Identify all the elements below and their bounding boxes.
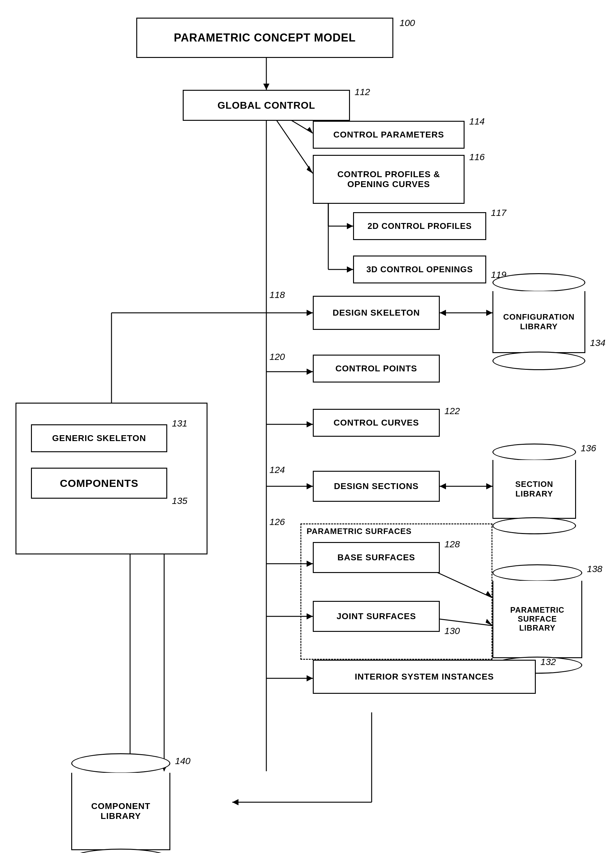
- configuration-library-cylinder: CONFIGURATION LIBRARY: [492, 273, 585, 371]
- label-126: 126: [269, 517, 285, 527]
- component-library-cylinder: COMPONENT LIBRARY: [71, 753, 170, 853]
- label-118: 118: [269, 290, 285, 300]
- parametric-surfaces-label: PARAMETRIC SURFACES: [306, 527, 411, 536]
- svg-marker-51: [232, 799, 238, 805]
- svg-marker-16: [486, 310, 492, 316]
- svg-marker-1: [263, 83, 269, 90]
- global-control-box: GLOBAL CONTROL: [183, 90, 350, 121]
- label-128: 128: [445, 539, 460, 549]
- control-profiles-2d-box: 2D CONTROL PROFILES: [353, 212, 486, 240]
- label-120: 120: [269, 352, 285, 362]
- svg-marker-21: [306, 421, 313, 427]
- svg-marker-17: [440, 310, 446, 316]
- svg-marker-6: [306, 166, 313, 173]
- svg-marker-26: [440, 483, 446, 489]
- joint-surfaces-box: JOINT SURFACES: [313, 601, 440, 632]
- parametric-surface-library-cylinder: PARAMETRIC SURFACE LIBRARY: [492, 564, 582, 674]
- design-skeleton-box: DESIGN SKELETON: [313, 296, 440, 330]
- label-124: 124: [269, 464, 285, 475]
- label-135: 135: [172, 496, 187, 506]
- label-122: 122: [445, 406, 460, 416]
- label-130: 130: [445, 626, 460, 636]
- svg-marker-4: [306, 127, 313, 133]
- control-curves-box: CONTROL CURVES: [313, 409, 440, 437]
- svg-marker-19: [306, 369, 313, 375]
- label-131: 131: [172, 418, 187, 429]
- svg-marker-9: [347, 223, 353, 229]
- control-profiles-box: CONTROL PROFILES & OPENING CURVES: [313, 155, 464, 204]
- label-140: 140: [175, 756, 190, 766]
- control-openings-3d-box: 3D CONTROL OPENINGS: [353, 255, 486, 284]
- interior-system-instances-box: INTERIOR SYSTEM INSTANCES: [313, 660, 536, 694]
- components-box: COMPONENTS: [31, 468, 167, 499]
- base-surfaces-box: BASE SURFACES: [313, 542, 440, 573]
- diagram: PARAMETRIC CONCEPT MODEL 100 GLOBAL CONT…: [0, 0, 616, 853]
- label-100: 100: [399, 18, 415, 28]
- generic-skeleton-box: GENERIC SKELETON: [31, 424, 167, 452]
- label-117: 117: [491, 208, 506, 218]
- section-library-cylinder: SECTION LIBRARY: [492, 443, 576, 535]
- control-parameters-box: CONTROL PARAMETERS: [313, 121, 464, 149]
- label-136: 136: [581, 443, 596, 454]
- design-sections-box: DESIGN SECTIONS: [313, 471, 440, 502]
- parametric-concept-model-box: PARAMETRIC CONCEPT MODEL: [136, 18, 393, 58]
- svg-marker-14: [306, 310, 313, 316]
- label-132: 132: [540, 657, 556, 667]
- label-116: 116: [469, 152, 485, 162]
- label-114: 114: [469, 116, 485, 127]
- svg-marker-25: [486, 483, 492, 489]
- label-134: 134: [590, 338, 605, 348]
- control-points-box: CONTROL POINTS: [313, 355, 440, 382]
- label-112: 112: [355, 87, 370, 97]
- svg-marker-12: [347, 266, 353, 273]
- svg-marker-38: [306, 675, 313, 681]
- svg-marker-23: [306, 483, 313, 489]
- label-138: 138: [587, 564, 602, 574]
